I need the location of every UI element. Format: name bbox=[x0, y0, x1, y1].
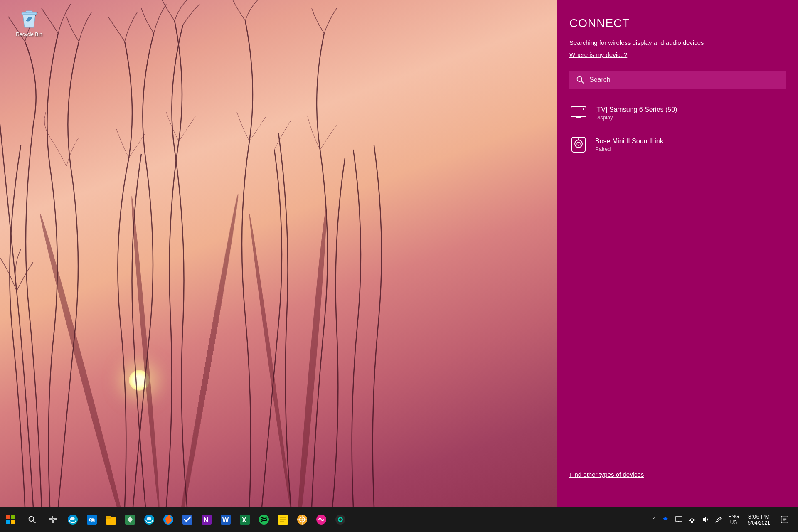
taskbar-excel[interactable]: X bbox=[235, 507, 254, 532]
taskbar-onenote[interactable]: N bbox=[197, 507, 216, 532]
svg-marker-61 bbox=[703, 517, 706, 522]
task-view-button[interactable] bbox=[42, 507, 63, 532]
where-is-device-link[interactable]: Where is my device? bbox=[569, 51, 786, 58]
tray-chevron-button[interactable]: ⌃ bbox=[649, 507, 659, 532]
taskbar-store[interactable]: 🛍 bbox=[82, 507, 101, 532]
device-item-speaker[interactable]: Bose Mini II SoundLink Paired bbox=[569, 129, 786, 160]
word-icon: W bbox=[220, 514, 232, 525]
svg-point-2 bbox=[175, 193, 241, 507]
connect-panel: CONNECT Searching for wireless display a… bbox=[557, 0, 798, 507]
svg-line-22 bbox=[33, 521, 35, 523]
recycle-bin-icon[interactable]: Recycle Bin bbox=[12, 8, 46, 37]
mandala-icon bbox=[296, 514, 308, 525]
task-view-icon bbox=[49, 516, 57, 523]
taskbar-app-mandala[interactable] bbox=[293, 507, 312, 532]
taskbar-app-green[interactable] bbox=[121, 507, 140, 532]
svg-point-14 bbox=[575, 140, 582, 148]
taskbar-spotify[interactable] bbox=[254, 507, 273, 532]
language-region: US bbox=[730, 520, 737, 525]
language-code: ENG bbox=[728, 514, 739, 520]
dark-app-icon bbox=[335, 514, 346, 525]
taskbar-word[interactable]: W bbox=[216, 507, 235, 532]
svg-point-7 bbox=[577, 77, 582, 82]
svg-rect-23 bbox=[49, 516, 52, 519]
tray-display[interactable] bbox=[672, 507, 685, 532]
svg-point-3 bbox=[247, 213, 293, 507]
svg-text:🛍: 🛍 bbox=[89, 517, 95, 523]
speaker-device-info: Bose Mini II SoundLink Paired bbox=[595, 138, 663, 152]
taskbar-firefox[interactable] bbox=[159, 507, 178, 532]
svg-text:W: W bbox=[222, 517, 229, 524]
recycle-bin-svg bbox=[18, 8, 40, 30]
taskbar: 🛍 bbox=[0, 507, 798, 532]
svg-text:N: N bbox=[204, 517, 209, 524]
tray-pen[interactable] bbox=[712, 507, 725, 532]
start-icon bbox=[6, 515, 15, 524]
onenote-icon: N bbox=[201, 514, 212, 525]
sound-tray-icon bbox=[702, 516, 709, 523]
display-tray-icon bbox=[675, 516, 682, 523]
taskbar-todo[interactable] bbox=[178, 507, 197, 532]
search-placeholder-text: Search bbox=[589, 76, 611, 84]
speaker-device-status: Paired bbox=[595, 146, 663, 152]
searching-status-text: Searching for wireless display and audio… bbox=[569, 38, 786, 47]
clock-area[interactable]: 8:06 PM 5/04/2021 bbox=[742, 507, 776, 532]
svg-point-56 bbox=[339, 518, 342, 521]
device-item-tv[interactable]: [TV] Samsung 6 Series (50) Display bbox=[569, 97, 786, 129]
clock-date: 5/04/2021 bbox=[748, 520, 770, 526]
start-button[interactable] bbox=[0, 507, 22, 532]
taskbar-file-explorer[interactable] bbox=[101, 507, 121, 532]
svg-rect-26 bbox=[54, 520, 57, 523]
taskbar-app-pink[interactable] bbox=[312, 507, 331, 532]
svg-rect-6 bbox=[26, 11, 32, 13]
store-icon: 🛍 bbox=[86, 514, 98, 525]
tray-network[interactable] bbox=[686, 507, 698, 532]
taskbar-edge[interactable] bbox=[63, 507, 82, 532]
svg-rect-9 bbox=[571, 107, 586, 117]
svg-point-42 bbox=[259, 515, 269, 525]
dropbox-tray-icon bbox=[662, 516, 669, 523]
tray-icons-group bbox=[659, 507, 725, 532]
tv-device-info: [TV] Samsung 6 Series (50) Display bbox=[595, 106, 677, 121]
network-tray-icon bbox=[688, 516, 696, 523]
svg-rect-25 bbox=[49, 520, 53, 523]
green-app-icon bbox=[124, 514, 136, 525]
svg-rect-57 bbox=[675, 517, 682, 521]
chevron-symbol: ⌃ bbox=[652, 517, 656, 522]
svg-point-12 bbox=[583, 108, 584, 110]
language-indicator[interactable]: ENG US bbox=[725, 507, 742, 532]
system-tray: ⌃ bbox=[649, 507, 798, 532]
sticky-notes-icon bbox=[277, 514, 289, 525]
svg-text:X: X bbox=[242, 517, 246, 524]
firefox-icon bbox=[163, 514, 174, 525]
taskbar-search-button[interactable] bbox=[22, 507, 42, 532]
edge2-icon bbox=[143, 514, 155, 525]
tray-sound[interactable] bbox=[699, 507, 712, 532]
clock-time: 8:06 PM bbox=[748, 513, 770, 520]
taskbar-app-dark[interactable] bbox=[331, 507, 350, 532]
grass-silhouette bbox=[0, 0, 391, 507]
notification-center-button[interactable] bbox=[776, 507, 794, 532]
file-explorer-icon bbox=[105, 514, 117, 525]
speaker-icon bbox=[571, 136, 586, 153]
tray-dropbox[interactable] bbox=[659, 507, 672, 532]
svg-point-21 bbox=[29, 517, 34, 522]
pen-tray-icon bbox=[715, 516, 722, 523]
tv-device-name: [TV] Samsung 6 Series (50) bbox=[595, 106, 677, 113]
svg-rect-31 bbox=[106, 516, 111, 518]
speaker-icon-container bbox=[569, 135, 588, 154]
svg-rect-17 bbox=[6, 515, 10, 519]
svg-rect-24 bbox=[53, 516, 57, 519]
svg-point-60 bbox=[691, 521, 693, 523]
taskbar-sticky-notes[interactable] bbox=[273, 507, 293, 532]
search-icon bbox=[576, 76, 584, 84]
find-other-devices-link[interactable]: Find other types of devices bbox=[569, 471, 786, 495]
notification-icon bbox=[781, 515, 789, 524]
search-bar[interactable]: Search bbox=[569, 71, 786, 89]
svg-point-16 bbox=[578, 138, 579, 140]
recycle-bin-label: Recycle Bin bbox=[16, 32, 42, 37]
svg-line-8 bbox=[581, 81, 584, 83]
svg-point-15 bbox=[577, 142, 580, 145]
tv-icon bbox=[570, 106, 587, 120]
taskbar-edge2[interactable] bbox=[140, 507, 159, 532]
